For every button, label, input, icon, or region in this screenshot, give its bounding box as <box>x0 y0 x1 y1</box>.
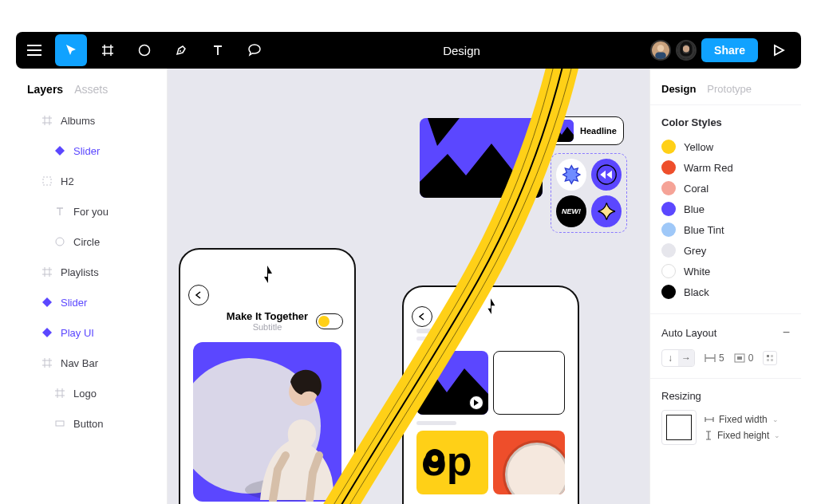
color-style-blue[interactable]: Blue <box>661 199 790 219</box>
circle-icon <box>54 236 65 247</box>
layer-label: For you <box>73 206 109 218</box>
height-mode[interactable]: Fixed height ⌄ <box>705 430 780 441</box>
color-style-coral[interactable]: Coral <box>661 178 790 199</box>
layer-label: Button <box>73 418 104 430</box>
layers-panel: Layers Assets Albums Slider H2 For you C… <box>16 69 168 504</box>
cursor-icon <box>64 43 78 57</box>
comment-icon <box>247 42 262 58</box>
layer-navbar[interactable]: Nav Bar <box>16 348 167 378</box>
color-label: Black <box>684 286 709 298</box>
layer-logo[interactable]: Logo <box>16 378 167 408</box>
rect-icon <box>54 418 65 429</box>
color-style-warmred[interactable]: Warm Red <box>661 157 790 178</box>
layer-button[interactable]: Button <box>16 408 167 439</box>
color-style-grey[interactable]: Grey <box>661 240 790 261</box>
svg-rect-9 <box>56 421 64 426</box>
collaborator-avatar-1[interactable] <box>650 40 671 61</box>
frame-tool[interactable] <box>92 34 124 66</box>
playlist-tile-d[interactable] <box>493 431 565 494</box>
hamburger-icon <box>27 45 41 56</box>
comment-tool[interactable] <box>239 34 270 66</box>
gap-icon <box>705 353 716 363</box>
auto-layout-section: Auto Layout − ↓ → 5 0 <box>650 314 801 379</box>
padding-field[interactable]: 0 <box>734 352 754 364</box>
album-art <box>193 342 341 502</box>
remove-autolayout-button[interactable]: − <box>783 325 790 340</box>
layer-playui[interactable]: Play UI <box>16 317 167 348</box>
color-style-black[interactable]: Black <box>661 282 790 302</box>
svg-point-0 <box>140 45 150 56</box>
person-illustration <box>233 358 341 502</box>
layer-circle[interactable]: Circle <box>16 226 167 257</box>
component-icon <box>41 297 53 308</box>
resizing-preview[interactable] <box>661 410 697 445</box>
tab-assets[interactable]: Assets <box>74 83 108 96</box>
circle-icon <box>137 43 152 57</box>
canvas-artwork-card[interactable] <box>420 118 543 198</box>
back-button[interactable] <box>412 306 432 327</box>
color-label: Coral <box>684 183 708 195</box>
section-title: Resizing <box>661 390 790 402</box>
skeleton-line <box>416 421 456 425</box>
phone-mockup-a[interactable]: Make It Together Subtitle <box>179 248 356 504</box>
component-icon <box>54 145 65 156</box>
badge-sparkle[interactable] <box>591 195 622 227</box>
tab-prototype[interactable]: Prototype <box>707 83 752 95</box>
menu-button[interactable] <box>18 34 50 66</box>
present-button[interactable] <box>763 44 795 57</box>
color-style-yellow[interactable]: Yellow <box>661 136 790 157</box>
pen-tool[interactable] <box>165 34 197 66</box>
pen-icon <box>174 43 188 57</box>
op-artwork-icon: op <box>416 431 488 494</box>
alignment-control[interactable] <box>763 351 777 365</box>
frame-dashed-icon <box>41 175 53 187</box>
frame-icon <box>101 43 115 57</box>
layer-slider-1[interactable]: Slider <box>16 136 167 166</box>
arrow-left-icon <box>194 290 203 300</box>
layer-slider-2[interactable]: Slider <box>16 287 167 317</box>
shape-tool[interactable] <box>128 34 160 66</box>
toggle-switch[interactable] <box>316 313 343 329</box>
color-style-white[interactable]: White <box>661 261 790 282</box>
tab-design[interactable]: Design <box>661 83 696 95</box>
width-mode[interactable]: Fixed width ⌄ <box>705 414 780 425</box>
layer-label: Logo <box>73 388 97 400</box>
layer-h2[interactable]: H2 <box>16 166 167 196</box>
move-tool[interactable] <box>55 34 87 66</box>
layer-albums[interactable]: Albums <box>16 105 167 136</box>
share-button[interactable]: Share <box>701 38 758 62</box>
collaborator-avatar-2[interactable] <box>676 40 697 61</box>
badge-set[interactable]: NEW! <box>551 153 627 233</box>
rewind-icon <box>596 163 618 186</box>
color-label: Grey <box>684 245 706 257</box>
phone-mockup-b[interactable]: op <box>402 285 579 504</box>
badge-star[interactable] <box>556 159 586 191</box>
playlist-tile-c[interactable]: op <box>416 431 488 494</box>
gap-field[interactable]: 5 <box>705 352 724 364</box>
play-badge[interactable] <box>469 396 483 410</box>
layer-playlists[interactable]: Playlists <box>16 257 167 287</box>
tab-layers[interactable]: Layers <box>27 83 63 96</box>
abstract-shape-icon <box>420 118 543 198</box>
layer-foryou[interactable]: For you <box>16 196 167 226</box>
playlist-tile-a[interactable] <box>416 351 488 415</box>
headline-component[interactable]: Headline <box>547 116 624 145</box>
document-title[interactable]: Design <box>273 44 650 57</box>
layer-label: Playlists <box>61 266 99 278</box>
badge-new-text: NEW! <box>562 207 581 215</box>
color-style-bluetint[interactable]: Blue Tint <box>661 219 790 240</box>
direction-toggle[interactable]: ↓ → <box>661 349 695 367</box>
svg-rect-21 <box>737 356 742 360</box>
section-title: Color Styles <box>661 116 790 128</box>
design-canvas[interactable]: Headline NEW! Make It <box>168 69 649 504</box>
fixed-height-icon <box>705 431 712 440</box>
layer-label: Slider <box>61 297 87 309</box>
badge-rewind[interactable] <box>591 159 622 191</box>
back-button[interactable] <box>188 285 209 305</box>
playlist-tile-b[interactable] <box>493 351 565 415</box>
text-tool[interactable] <box>202 34 234 66</box>
badge-new[interactable]: NEW! <box>556 195 586 227</box>
top-toolbar: Design Share <box>16 32 801 69</box>
frame-icon <box>41 357 53 368</box>
mode-label: Fixed width <box>719 414 768 425</box>
